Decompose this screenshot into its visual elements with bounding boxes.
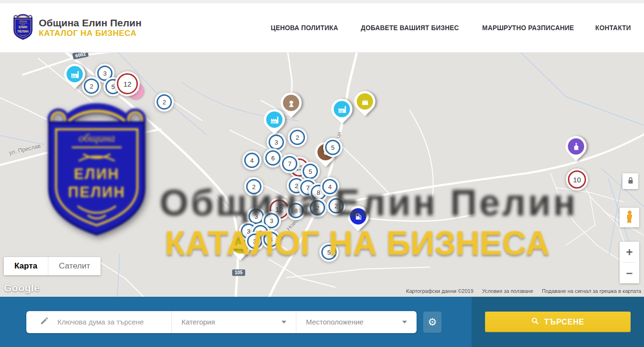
search-bar-left-panel: Категория Местоположение ⚙ [0,297,472,347]
search-button[interactable]: ТЪРСЕНЕ [485,312,631,332]
search-bar-right-panel: ТЪРСЕНЕ [472,297,644,347]
municipality-crest-logo: община ЕЛИН ПЕЛИН [12,14,34,42]
category-pin[interactable] [264,109,285,130]
cluster-marker[interactable]: 6 [263,148,282,168]
factory-icon [67,66,83,82]
crest-top-word: община [19,19,27,22]
gear-icon: ⚙ [428,316,437,328]
map-type-map-button[interactable]: Карта [4,257,48,275]
crest-line1: ЕЛИН [19,25,27,29]
category-select-value: Категория [181,318,215,326]
search-bar: Категория Местоположение ⚙ ТЪРСЕНЕ [0,297,644,347]
search-fields-box: Категория Местоположение [26,311,417,333]
crest-line2: ПЕЛИН [68,184,125,200]
crest-line2: ПЕЛИН [18,29,29,33]
cluster-count: 2 [157,94,172,110]
lock-button[interactable] [622,173,638,189]
shopping-bag-icon [357,93,373,110]
map-data-copyright: Картографски данни ©2019 [406,288,474,294]
google-logo: Google [4,282,40,294]
main-nav: ЦЕНОВА ПОЛИТИКА ДОБАВЕТЕ ВАШИЯТ БИЗНЕС М… [269,24,632,32]
location-select[interactable]: Местоположение [296,311,417,333]
cluster-marker[interactable]: 5 [323,138,342,157]
cluster-marker[interactable]: 4 [242,151,261,170]
watermark-title: Община Елин Пелин [159,181,578,224]
crest-top-word: община [79,132,115,144]
brand[interactable]: община ЕЛИН ПЕЛИН Община Елин Пелин КАТА… [12,14,142,42]
cluster-marker[interactable]: 2 [155,92,174,112]
zoom-in-button[interactable]: + [620,242,639,262]
factory-icon [334,101,350,117]
pegman-street-view[interactable] [620,208,639,227]
cluster-count: 2 [290,130,305,145]
location-select-value: Местоположение [306,318,363,326]
nav-add-your-business[interactable]: ДОБАВЕТЕ ВАШИЯТ БИЗНЕС [361,24,459,32]
map-canvas[interactable]: община ЕЛИН ПЕЛИН Община Елин Пелин КАТА… [0,53,644,297]
zoom-out-button[interactable]: − [620,263,639,283]
map-type-satellite-button[interactable]: Сателит [48,257,101,275]
municipality-crest-watermark: община ЕЛИН ПЕЛИН [40,102,153,238]
zoom-control: + − [620,242,639,283]
cluster-count: 3 [269,134,284,150]
cluster-count: 5 [303,164,318,179]
map-attribution: Картографски данни ©2019 Условия за полз… [406,288,641,294]
cluster-marker[interactable]: 2 [288,128,307,147]
search-icon [531,317,539,327]
cluster-marker[interactable]: 7 [280,154,299,173]
padlock-icon [626,176,635,186]
category-pin[interactable] [354,91,375,112]
brand-title: Община Елин Пелин [39,17,142,29]
cluster-count: 12 [117,73,138,94]
road-number-shield: 105 [232,269,245,276]
map-type-control: Карта Сателит [4,257,101,275]
page-top-strip [0,0,644,3]
cluster-count: 5 [325,140,340,155]
chevron-down-icon [402,321,407,324]
pegman-icon [623,210,636,225]
worker-icon [283,95,299,111]
site-header: община ЕЛИН ПЕЛИН Община Елин Пелин КАТА… [0,3,644,53]
crest-line1: ЕЛИН [74,166,120,182]
nav-contacts[interactable]: КОНТАКТИ [595,24,631,32]
keyword-search-input[interactable] [56,317,169,326]
pencil-icon [40,316,49,327]
brand-subtitle: КАТАЛОГ НА БИЗНЕСА [39,29,142,38]
search-button-label: ТЪРСЕНЕ [544,318,584,326]
watermark-subtitle: КАТАЛОГ НА БИЗНЕСА [165,224,550,262]
terms-of-use-link[interactable]: Условия за ползване [482,288,533,294]
nav-pricing-policy[interactable]: ЦЕНОВА ПОЛИТИКА [271,24,339,32]
advanced-settings-button[interactable]: ⚙ [423,312,441,333]
cluster-count: 7 [282,156,297,171]
category-pin[interactable] [565,136,587,157]
nav-route-schedule[interactable]: МАРШРУТНО РАЗПИСАНИЕ [482,24,574,32]
keyword-section [26,311,171,333]
category-pin[interactable] [64,64,85,85]
category-select[interactable]: Категория [171,311,296,333]
cluster-count: 2 [84,78,99,94]
church-icon [568,138,584,155]
cluster-count: 4 [244,153,260,168]
chevron-down-icon [282,321,286,324]
cluster-count: 6 [265,150,281,166]
factory-icon [266,112,282,128]
category-pin[interactable] [331,99,352,120]
cluster-marker[interactable]: 12 [115,71,140,96]
report-map-error-link[interactable]: Подаване на сигнал за грешка в картата [542,288,641,294]
